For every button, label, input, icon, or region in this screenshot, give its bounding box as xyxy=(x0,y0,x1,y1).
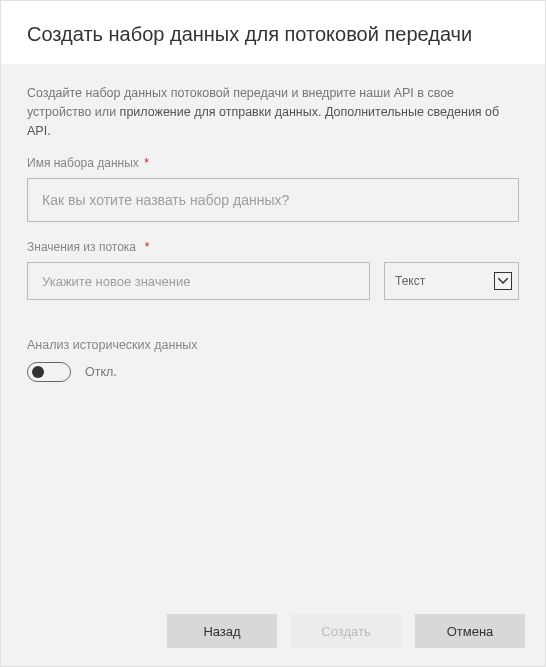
stream-values-group: Значения из потока * Текст xyxy=(27,240,519,300)
create-streaming-dataset-dialog: Создать набор данных для потоковой перед… xyxy=(0,0,546,667)
historic-toggle-state: Откл. xyxy=(85,365,117,379)
dataset-name-input[interactable] xyxy=(27,178,519,222)
stream-values-label-text: Значения из потока xyxy=(27,240,136,254)
dialog-header: Создать набор данных для потоковой перед… xyxy=(1,1,545,64)
back-button[interactable]: Назад xyxy=(167,614,277,648)
value-type-selected: Текст xyxy=(395,274,425,288)
required-asterisk: * xyxy=(144,156,149,170)
historic-analysis-label: Анализ исторических данных xyxy=(27,338,519,352)
value-type-select[interactable]: Текст xyxy=(384,262,519,300)
cancel-button[interactable]: Отмена xyxy=(415,614,525,648)
intro-text: Создайте набор данных потоковой передачи… xyxy=(27,84,519,140)
dataset-name-label-text: Имя набора данных xyxy=(27,156,139,170)
stream-values-row: Текст xyxy=(27,262,519,300)
stream-values-label: Значения из потока * xyxy=(27,240,519,254)
dialog-content: Создайте набор данных потоковой передачи… xyxy=(1,64,545,600)
historic-toggle-row: Откл. xyxy=(27,362,519,382)
create-button: Создать xyxy=(291,614,401,648)
historic-toggle[interactable] xyxy=(27,362,71,382)
dialog-footer: Назад Создать Отмена xyxy=(1,600,545,666)
historic-analysis-group: Анализ исторических данных Откл. xyxy=(27,338,519,382)
stream-value-input[interactable] xyxy=(27,262,370,300)
toggle-knob xyxy=(32,366,44,378)
dataset-name-group: Имя набора данных * xyxy=(27,156,519,222)
chevron-down-icon xyxy=(494,272,512,290)
dialog-title: Создать набор данных для потоковой перед… xyxy=(27,23,519,46)
dataset-name-label: Имя набора данных * xyxy=(27,156,519,170)
required-asterisk: * xyxy=(141,240,149,254)
